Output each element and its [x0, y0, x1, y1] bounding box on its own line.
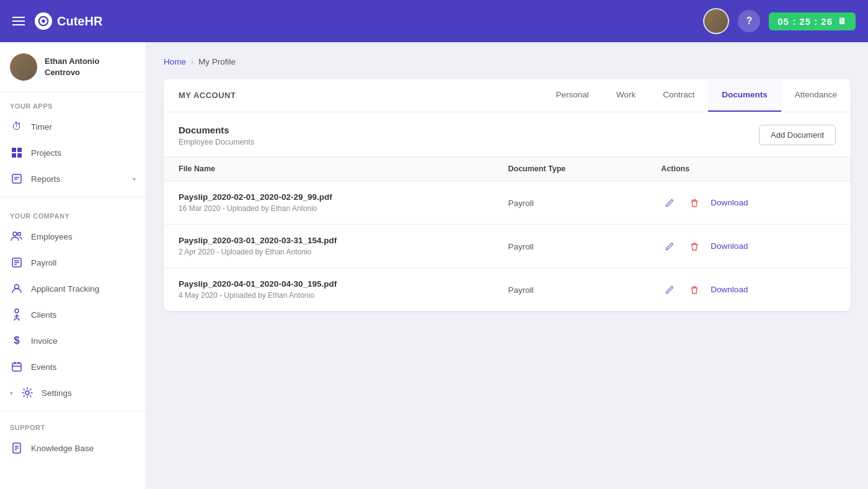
svg-rect-3	[17, 148, 22, 152]
sidebar-item-settings[interactable]: ▾ Settings	[0, 380, 146, 406]
sidebar-item-employees[interactable]: Employees	[0, 223, 146, 249]
sidebar-item-timer[interactable]: ⏱ Timer	[0, 114, 146, 140]
knowledge-base-icon	[10, 441, 24, 455]
your-company-label: Your Company	[0, 202, 146, 223]
sidebar-item-projects[interactable]: Projects	[0, 140, 146, 166]
logo-text: CuteHR	[57, 14, 102, 29]
projects-icon	[10, 146, 24, 159]
breadcrumb-home[interactable]: Home	[164, 57, 186, 66]
svg-rect-4	[12, 153, 16, 158]
timer-icon: 🖥	[838, 16, 847, 26]
svg-rect-6	[12, 174, 21, 183]
file-meta: 4 May 2020 - Uploaded by Ethan Antonio	[179, 291, 478, 300]
account-header: MY ACCOUNT Personal Work Contract Docume…	[164, 79, 851, 112]
documents-header: Documents Employee Documents Add Documen…	[164, 112, 851, 156]
documents-table: File Name Document Type Actions Payslip_…	[164, 156, 851, 311]
tabs: Personal Work Contract Documents Attenda…	[542, 79, 851, 112]
menu-toggle[interactable]	[12, 17, 25, 25]
svg-rect-5	[17, 153, 22, 158]
file-meta: 16 Mar 2020 - Uploaded by Ethan Antonio	[179, 204, 478, 213]
download-link[interactable]: Download	[711, 285, 748, 294]
settings-icon	[20, 386, 34, 400]
sidebar-item-events[interactable]: Events	[0, 354, 146, 380]
invoice-icon: $	[10, 334, 24, 348]
main-content: Home › My Profile MY ACCOUNT Personal Wo…	[146, 42, 868, 489]
edit-icon[interactable]	[661, 238, 678, 255]
events-icon	[10, 360, 24, 374]
add-document-button[interactable]: Add Document	[759, 125, 836, 145]
delete-icon[interactable]	[686, 194, 703, 212]
table-row: Payslip_2020-03-01_2020-03-31_154.pdf 2 …	[164, 225, 851, 268]
col-actions: Actions	[646, 157, 851, 181]
sidebar-item-label: Invoice	[31, 336, 136, 346]
delete-icon[interactable]	[686, 281, 703, 298]
tab-contract[interactable]: Contract	[649, 79, 708, 112]
sidebar-item-reports[interactable]: Reports ▾	[0, 166, 146, 192]
sidebar-item-label: Events	[31, 362, 136, 372]
tab-personal[interactable]: Personal	[542, 79, 603, 112]
tab-work[interactable]: Work	[603, 79, 649, 112]
sidebar-item-label: Settings	[42, 388, 136, 398]
chevron-down-icon: ▾	[10, 390, 13, 397]
sidebar-item-label: Employees	[31, 232, 136, 241]
sidebar-item-label: Payroll	[31, 258, 136, 267]
delete-icon[interactable]	[686, 238, 703, 255]
help-button[interactable]: ?	[738, 10, 760, 32]
chevron-down-icon: ▾	[133, 176, 136, 182]
reports-icon	[10, 172, 24, 186]
table-row: Payslip_2020-02-01_2020-02-29_99.pdf 16 …	[164, 181, 851, 225]
svg-point-21	[25, 391, 29, 395]
employees-icon	[10, 230, 24, 243]
sidebar-item-label: Reports	[31, 174, 125, 184]
header: CuteHR ? 05 : 25 : 26 🖥	[0, 0, 868, 42]
tab-attendance[interactable]: Attendance	[781, 79, 851, 112]
breadcrumb: Home › My Profile	[164, 57, 851, 66]
your-apps-label: Your Apps	[0, 92, 146, 114]
doc-type: Payroll	[508, 199, 533, 208]
payroll-icon	[10, 256, 24, 269]
file-name: Payslip_2020-04-01_2020-04-30_195.pdf	[179, 279, 478, 289]
sidebar-item-knowledge-base[interactable]: Knowledge Base	[0, 435, 146, 461]
sidebar-item-label: Timer	[31, 122, 136, 132]
clients-icon	[10, 308, 24, 321]
logo: CuteHR	[35, 12, 102, 30]
timer-badge[interactable]: 05 : 25 : 26 🖥	[769, 12, 856, 30]
support-label: Support	[0, 416, 146, 435]
svg-point-16	[15, 309, 19, 313]
sidebar-item-clients[interactable]: Clients	[0, 302, 146, 328]
file-name: Payslip_2020-02-01_2020-02-29_99.pdf	[179, 192, 478, 202]
tab-documents[interactable]: Documents	[708, 79, 781, 112]
col-filename: File Name	[164, 157, 493, 181]
table-row: Payslip_2020-04-01_2020-04-30_195.pdf 4 …	[164, 268, 851, 312]
edit-icon[interactable]	[661, 194, 678, 212]
sidebar-avatar	[10, 53, 37, 81]
svg-point-9	[13, 232, 17, 236]
account-card: MY ACCOUNT Personal Work Contract Docume…	[164, 79, 851, 311]
breadcrumb-current: My Profile	[198, 57, 236, 66]
timer-value: 05 : 25 : 26	[777, 16, 833, 27]
sidebar-item-applicant-tracking[interactable]: Applicant Tracking	[0, 276, 146, 302]
svg-rect-2	[12, 148, 16, 152]
svg-rect-17	[12, 363, 21, 371]
logo-icon	[35, 12, 52, 30]
download-link[interactable]: Download	[711, 241, 748, 251]
sidebar-item-label: Clients	[31, 310, 136, 320]
sidebar-username: Ethan Antonio Centrovo	[45, 56, 99, 78]
sidebar-user[interactable]: Ethan Antonio Centrovo	[0, 42, 146, 92]
download-link[interactable]: Download	[711, 198, 748, 207]
applicant-tracking-icon	[10, 282, 24, 295]
account-title: MY ACCOUNT	[164, 91, 542, 100]
col-doctype: Document Type	[493, 157, 646, 181]
user-avatar-header[interactable]	[703, 8, 729, 34]
sidebar-item-label: Applicant Tracking	[31, 284, 136, 294]
edit-icon[interactable]	[661, 281, 678, 298]
file-name: Payslip_2020-03-01_2020-03-31_154.pdf	[179, 236, 478, 245]
sidebar-item-payroll[interactable]: Payroll	[0, 249, 146, 276]
file-meta: 2 Apr 2020 - Uploaded by Ethan Antonio	[179, 248, 478, 256]
sidebar-item-label: Projects	[31, 148, 136, 158]
documents-title: Documents	[179, 125, 254, 135]
documents-subtitle: Employee Documents	[179, 138, 254, 146]
sidebar-item-invoice[interactable]: $ Invoice	[0, 328, 146, 354]
doc-type: Payroll	[508, 242, 533, 251]
sidebar: Ethan Antonio Centrovo Your Apps ⏱ Timer…	[0, 42, 146, 489]
